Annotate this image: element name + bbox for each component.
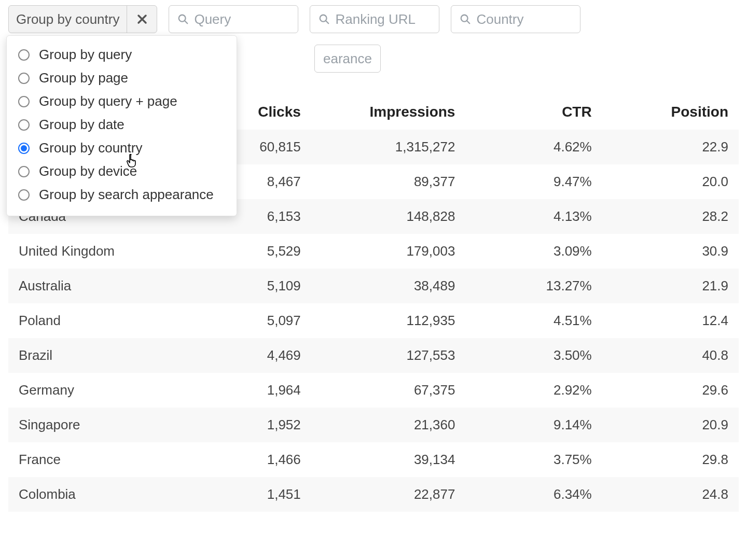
group-by-option-label: Group by query + page [39,93,177,109]
cell-clicks: 5,097 [186,303,311,338]
cell-impressions: 112,935 [311,303,466,338]
radio-icon [18,166,30,177]
cell-position: 40.8 [602,338,739,373]
cell-clicks: 5,529 [186,234,311,269]
cell-position: 12.4 [602,303,739,338]
cell-position: 24.8 [602,477,739,512]
cell-clicks: 1,451 [186,477,311,512]
query-filter-placeholder: Query [194,11,231,27]
group-by-option-label: Group by page [39,70,128,86]
column-header-ctr[interactable]: CTR [465,96,602,130]
pointer-cursor-icon [126,153,140,169]
table-row[interactable]: Colombia1,45122,8776.34%24.8 [8,477,739,512]
cell-country: France [8,442,186,477]
cell-country: Colombia [8,477,186,512]
cell-impressions: 89,377 [311,164,466,199]
ranking-url-filter-input[interactable]: Ranking URL [310,5,439,33]
cell-ctr: 9.47% [465,164,602,199]
svg-line-5 [467,21,470,24]
group-by-option-label: Group by search appearance [39,187,214,203]
cell-country: Australia [8,269,186,303]
group-by-option-label: Group by date [39,117,125,133]
radio-icon [18,189,30,201]
cell-position: 30.9 [602,234,739,269]
table-row[interactable]: Brazil4,469127,5533.50%40.8 [8,338,739,373]
group-by-option-search-appearance[interactable]: Group by search appearance [16,183,227,206]
cell-country: United Kingdom [8,234,186,269]
cell-ctr: 2.92% [465,373,602,408]
cell-ctr: 13.27% [465,269,602,303]
cell-country: Germany [8,373,186,408]
group-by-selector[interactable]: Group by country [8,5,157,33]
cell-clicks: 5,109 [186,269,311,303]
group-by-option-query[interactable]: Group by query [16,43,227,66]
cell-position: 29.8 [602,442,739,477]
cell-ctr: 3.50% [465,338,602,373]
cell-position: 22.9 [602,130,739,164]
close-icon [137,14,147,24]
cell-impressions: 22,877 [311,477,466,512]
cell-clicks: 4,469 [186,338,311,373]
radio-icon [18,96,30,107]
group-by-option-label: Group by query [39,47,132,63]
search-icon [319,13,330,25]
search-icon [177,13,189,25]
cell-position: 20.9 [602,408,739,442]
radio-icon [18,73,30,84]
query-filter-input[interactable]: Query [169,5,298,33]
cell-position: 20.0 [602,164,739,199]
svg-line-3 [326,21,329,24]
column-header-position[interactable]: Position [602,96,739,130]
cell-ctr: 4.62% [465,130,602,164]
group-by-option-label: Group by device [39,163,137,179]
group-by-dropdown: Group by query Group by page Group by qu… [6,35,237,216]
cell-impressions: 39,134 [311,442,466,477]
cell-ctr: 6.34% [465,477,602,512]
radio-icon [18,49,30,61]
radio-icon-selected [18,143,30,154]
group-by-option-query-page[interactable]: Group by query + page [16,90,227,113]
country-filter-placeholder: Country [476,11,523,27]
group-by-label: Group by country [9,6,127,33]
table-row[interactable]: Singapore1,95221,3609.14%20.9 [8,408,739,442]
cell-clicks: 1,466 [186,442,311,477]
cell-clicks: 1,964 [186,373,311,408]
cell-position: 28.2 [602,199,739,234]
cell-clicks: 1,952 [186,408,311,442]
radio-icon [18,119,30,131]
cell-ctr: 4.13% [465,199,602,234]
cell-country: Poland [8,303,186,338]
svg-line-1 [185,21,188,24]
group-by-clear-button[interactable] [127,6,157,33]
ranking-url-filter-placeholder: Ranking URL [335,11,416,27]
group-by-option-country[interactable]: Group by country [16,136,227,160]
table-row[interactable]: Australia5,10938,48913.27%21.9 [8,269,739,303]
cell-country: Singapore [8,408,186,442]
cell-impressions: 148,828 [311,199,466,234]
cell-ctr: 3.75% [465,442,602,477]
cell-impressions: 38,489 [311,269,466,303]
search-appearance-filter-placeholder: earance [323,51,372,67]
search-appearance-filter-input[interactable]: earance [314,45,381,73]
cell-impressions: 179,003 [311,234,466,269]
cell-ctr: 9.14% [465,408,602,442]
cell-impressions: 67,375 [311,373,466,408]
group-by-option-device[interactable]: Group by device [16,160,227,183]
cell-ctr: 3.09% [465,234,602,269]
cell-ctr: 4.51% [465,303,602,338]
cell-impressions: 127,553 [311,338,466,373]
cell-position: 29.6 [602,373,739,408]
table-row[interactable]: France1,46639,1343.75%29.8 [8,442,739,477]
cell-position: 21.9 [602,269,739,303]
group-by-option-page[interactable]: Group by page [16,66,227,90]
search-icon [460,13,471,25]
cell-impressions: 1,315,272 [311,130,466,164]
group-by-option-date[interactable]: Group by date [16,113,227,136]
cell-country: Brazil [8,338,186,373]
table-row[interactable]: Poland5,097112,9354.51%12.4 [8,303,739,338]
column-header-impressions[interactable]: Impressions [311,96,466,130]
table-row[interactable]: United Kingdom5,529179,0033.09%30.9 [8,234,739,269]
cell-impressions: 21,360 [311,408,466,442]
country-filter-input[interactable]: Country [451,5,580,33]
table-row[interactable]: Germany1,96467,3752.92%29.6 [8,373,739,408]
